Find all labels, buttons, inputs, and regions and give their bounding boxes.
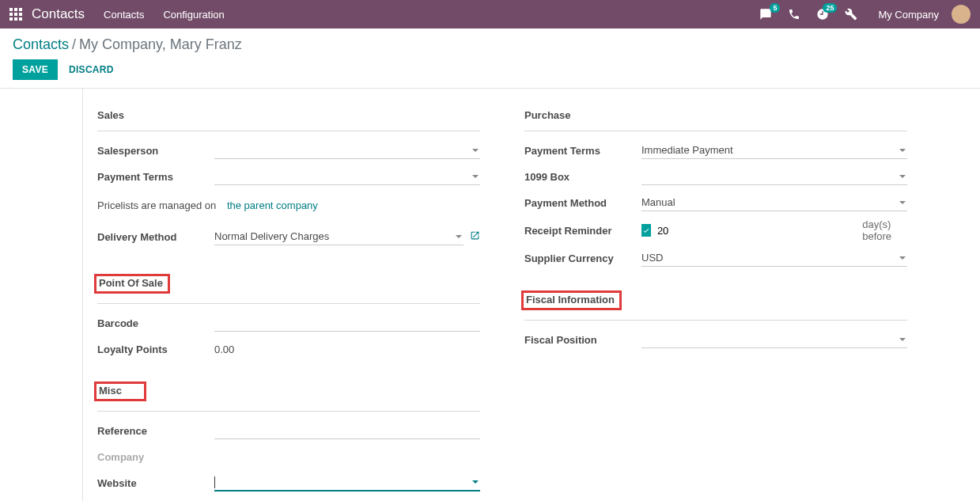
pricelist-note-text: Pricelists are managed on [97, 199, 216, 211]
label-fiscal-position: Fiscal Position [524, 334, 641, 346]
svg-rect-8 [19, 17, 22, 21]
label-delivery-method: Delivery Method [97, 231, 214, 243]
activity-clock-icon[interactable]: 25 [816, 8, 829, 21]
save-button[interactable]: SAVE [13, 59, 58, 80]
svg-rect-2 [19, 8, 22, 11]
svg-rect-3 [9, 13, 13, 16]
external-link-icon[interactable] [470, 230, 480, 243]
activity-badge: 25 [823, 3, 837, 13]
svg-rect-5 [19, 13, 22, 16]
label-salesperson: Salesperson [97, 145, 214, 157]
chevron-down-icon [899, 144, 906, 156]
chevron-down-icon [899, 196, 906, 208]
supplier-currency-value: USD [641, 252, 663, 264]
chevron-down-icon [899, 252, 906, 264]
page-header: Contacts/My Company, Mary Franz SAVE DIS… [0, 28, 980, 89]
section-title-purchase: Purchase [524, 109, 571, 121]
pricelist-note: Pricelists are managed on the parent com… [97, 199, 480, 211]
left-column: Sales Salesperson Payment Terms [83, 103, 494, 501]
company-switcher[interactable]: My Company [878, 9, 939, 21]
reminder-days-input[interactable] [657, 223, 854, 238]
label-payment-method: Payment Method [524, 197, 641, 209]
input-payment-method[interactable]: Manual [641, 194, 907, 211]
delivery-method-value: Normal Delivery Charges [214, 230, 329, 242]
phone-icon[interactable] [788, 8, 800, 21]
chat-icon[interactable]: 5 [759, 8, 772, 21]
section-title-sales: Sales [97, 109, 124, 121]
payment-terms-purchase-value: Immediate Payment [641, 144, 733, 156]
label-payment-terms-purchase: Payment Terms [524, 145, 641, 157]
svg-rect-4 [14, 13, 17, 16]
value-loyalty: 0.00 [214, 340, 480, 358]
svg-rect-1 [14, 8, 17, 11]
box1099-text[interactable] [641, 169, 907, 184]
chevron-down-icon [456, 230, 462, 242]
label-website: Website [97, 477, 214, 489]
user-avatar[interactable] [952, 5, 971, 24]
breadcrumb: Contacts/My Company, Mary Franz [13, 36, 967, 53]
value-company [214, 448, 480, 465]
input-fiscal-position[interactable] [641, 331, 907, 348]
reminder-checkbox[interactable] [641, 224, 651, 237]
input-salesperson[interactable] [214, 142, 480, 159]
chat-badge: 5 [770, 3, 780, 13]
label-payment-terms: Payment Terms [97, 171, 214, 183]
input-1099-box[interactable] [641, 168, 907, 185]
input-supplier-currency[interactable]: USD [641, 249, 907, 267]
fiscal-position-text[interactable] [641, 332, 907, 347]
website-text[interactable] [215, 475, 480, 490]
top-navbar: Contacts Contacts Configuration 5 25 My … [0, 0, 980, 28]
reminder-suffix: day(s) before [862, 218, 907, 242]
nav-link-contacts[interactable]: Contacts [104, 9, 144, 21]
breadcrumb-leaf: My Company, Mary Franz [79, 36, 242, 52]
section-title-misc: Misc [94, 381, 146, 401]
input-payment-terms-sales[interactable] [214, 168, 480, 185]
section-title-fiscal: Fiscal Information [521, 290, 622, 310]
loyalty-points-value: 0.00 [214, 343, 234, 355]
label-loyalty: Loyalty Points [97, 343, 214, 355]
label-barcode: Barcode [97, 317, 214, 329]
svg-rect-0 [9, 8, 13, 11]
input-website[interactable] [214, 474, 480, 492]
svg-rect-7 [14, 17, 17, 21]
payment-method-value: Manual [641, 196, 675, 208]
label-supplier-currency: Supplier Currency [524, 252, 641, 264]
label-reference: Reference [97, 425, 214, 437]
app-brand[interactable]: Contacts [32, 6, 85, 22]
svg-rect-6 [9, 17, 13, 21]
input-payment-terms-purchase[interactable]: Immediate Payment [641, 142, 907, 159]
input-reference[interactable] [214, 422, 480, 439]
breadcrumb-separator: / [72, 36, 76, 52]
input-delivery-method[interactable]: Normal Delivery Charges [214, 228, 464, 245]
breadcrumb-root[interactable]: Contacts [13, 36, 69, 52]
payment-terms-sales-text[interactable] [214, 169, 480, 184]
input-barcode[interactable] [214, 314, 480, 332]
discard-button[interactable]: DISCARD [69, 64, 114, 75]
receipt-reminder-group: day(s) before [641, 218, 907, 242]
label-1099-box: 1099 Box [524, 171, 641, 183]
salesperson-text[interactable] [214, 142, 480, 158]
parent-company-link[interactable]: the parent company [227, 199, 318, 211]
label-receipt-reminder: Receipt Reminder [524, 225, 641, 237]
right-column: Purchase Payment Terms Immediate Payment… [510, 103, 921, 501]
section-title-pos: Point Of Sale [94, 274, 170, 294]
barcode-text[interactable] [214, 315, 480, 330]
nav-link-configuration[interactable]: Configuration [163, 9, 224, 21]
apps-icon[interactable] [9, 8, 22, 21]
label-company: Company [97, 451, 214, 463]
tools-icon[interactable] [845, 8, 857, 21]
reference-text[interactable] [214, 423, 480, 438]
